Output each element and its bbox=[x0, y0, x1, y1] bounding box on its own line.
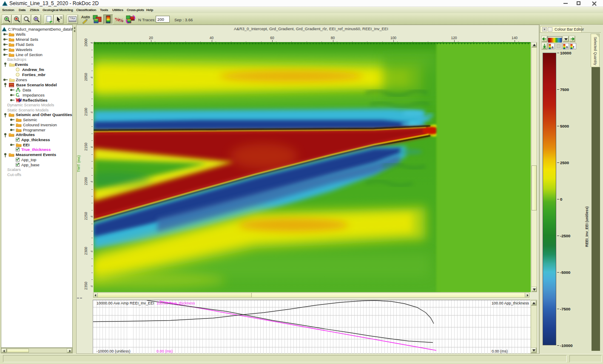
svg-text:TR#: TR# bbox=[70, 17, 75, 20]
svg-text:t: t bbox=[573, 45, 575, 49]
svg-text:a: a bbox=[552, 45, 554, 49]
svg-text:%: % bbox=[118, 17, 124, 23]
svg-text:n: n bbox=[566, 45, 569, 49]
svg-text:Auto: Auto bbox=[81, 15, 90, 19]
svg-text:s: s bbox=[18, 94, 20, 97]
